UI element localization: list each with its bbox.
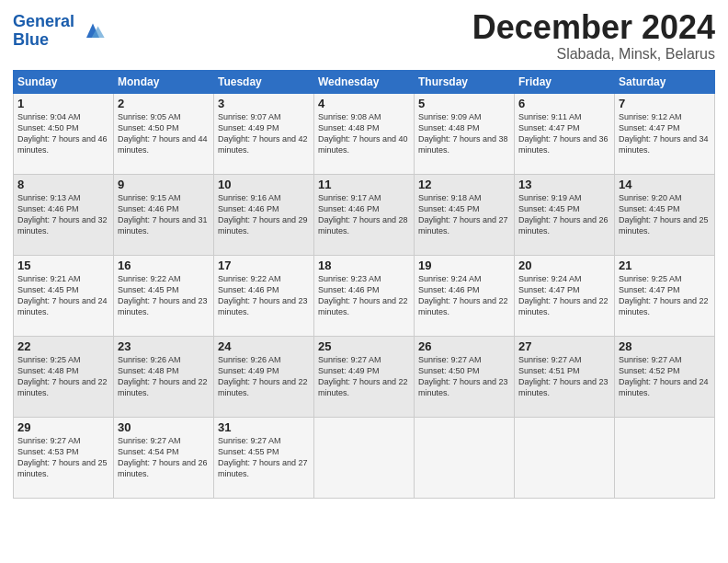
logo-text: General Blue <box>13 13 74 50</box>
day-number: 26 <box>418 339 510 353</box>
weekday-header-saturday: Saturday <box>615 70 715 93</box>
day-info: Sunrise: 9:26 AMSunset: 4:49 PMDaylight:… <box>218 355 308 397</box>
calendar-week-row: 1 Sunrise: 9:04 AMSunset: 4:50 PMDayligh… <box>14 93 715 174</box>
calendar-cell: 18 Sunrise: 9:23 AMSunset: 4:46 PMDaylig… <box>314 255 415 336</box>
weekday-header-tuesday: Tuesday <box>214 70 314 93</box>
calendar-cell <box>615 417 715 498</box>
calendar-cell: 6 Sunrise: 9:11 AMSunset: 4:47 PMDayligh… <box>515 93 615 174</box>
day-info: Sunrise: 9:18 AMSunset: 4:45 PMDaylight:… <box>418 193 508 236</box>
calendar-cell: 13 Sunrise: 9:19 AMSunset: 4:45 PMDaylig… <box>515 174 615 255</box>
day-info: Sunrise: 9:16 AMSunset: 4:46 PMDaylight:… <box>218 193 308 236</box>
day-info: Sunrise: 9:19 AMSunset: 4:45 PMDaylight:… <box>518 193 609 236</box>
day-number: 3 <box>218 97 310 110</box>
day-info: Sunrise: 9:23 AMSunset: 4:46 PMDaylight:… <box>318 274 408 316</box>
day-info: Sunrise: 9:27 AMSunset: 4:55 PMDaylight:… <box>218 436 308 478</box>
logo-icon <box>80 18 106 44</box>
calendar-cell: 28 Sunrise: 9:27 AMSunset: 4:52 PMDaylig… <box>615 336 715 417</box>
day-info: Sunrise: 9:15 AMSunset: 4:46 PMDaylight:… <box>118 193 208 236</box>
day-number: 11 <box>318 178 410 191</box>
calendar-cell: 4 Sunrise: 9:08 AMSunset: 4:48 PMDayligh… <box>314 93 415 174</box>
calendar-cell: 30 Sunrise: 9:27 AMSunset: 4:54 PMDaylig… <box>114 417 214 498</box>
day-number: 23 <box>118 339 210 353</box>
calendar-cell: 3 Sunrise: 9:07 AMSunset: 4:49 PMDayligh… <box>214 93 314 174</box>
calendar-cell: 8 Sunrise: 9:13 AMSunset: 4:46 PMDayligh… <box>14 174 114 255</box>
calendar-cell: 20 Sunrise: 9:24 AMSunset: 4:47 PMDaylig… <box>515 255 615 336</box>
weekday-header-wednesday: Wednesday <box>314 70 415 93</box>
day-number: 22 <box>17 339 109 353</box>
weekday-header-monday: Monday <box>114 70 214 93</box>
calendar-cell: 27 Sunrise: 9:27 AMSunset: 4:51 PMDaylig… <box>515 336 615 417</box>
day-info: Sunrise: 9:21 AMSunset: 4:45 PMDaylight:… <box>17 274 108 316</box>
month-title: December 2024 <box>472 9 715 46</box>
day-number: 14 <box>619 178 711 191</box>
calendar-week-row: 22 Sunrise: 9:25 AMSunset: 4:48 PMDaylig… <box>14 336 715 417</box>
day-number: 5 <box>418 97 510 110</box>
day-number: 7 <box>619 97 711 110</box>
calendar-cell: 2 Sunrise: 9:05 AMSunset: 4:50 PMDayligh… <box>114 93 214 174</box>
day-info: Sunrise: 9:27 AMSunset: 4:50 PMDaylight:… <box>418 355 508 397</box>
page-header: General Blue December 2024 Slabada, Mins… <box>13 9 715 63</box>
calendar-header: SundayMondayTuesdayWednesdayThursdayFrid… <box>14 70 715 93</box>
calendar-cell: 1 Sunrise: 9:04 AMSunset: 4:50 PMDayligh… <box>14 93 114 174</box>
day-number: 27 <box>518 339 610 353</box>
calendar-cell: 9 Sunrise: 9:15 AMSunset: 4:46 PMDayligh… <box>114 174 214 255</box>
calendar-week-row: 29 Sunrise: 9:27 AMSunset: 4:53 PMDaylig… <box>14 417 715 498</box>
day-number: 31 <box>218 420 310 434</box>
page-container: General Blue December 2024 Slabada, Mins… <box>0 0 728 504</box>
day-number: 17 <box>218 259 310 272</box>
day-number: 20 <box>518 259 610 272</box>
calendar-cell: 23 Sunrise: 9:26 AMSunset: 4:48 PMDaylig… <box>114 336 214 417</box>
day-info: Sunrise: 9:22 AMSunset: 4:46 PMDaylight:… <box>218 274 308 316</box>
calendar-cell: 7 Sunrise: 9:12 AMSunset: 4:47 PMDayligh… <box>615 93 715 174</box>
day-info: Sunrise: 9:27 AMSunset: 4:54 PMDaylight:… <box>118 436 208 478</box>
calendar-cell: 24 Sunrise: 9:26 AMSunset: 4:49 PMDaylig… <box>214 336 314 417</box>
day-info: Sunrise: 9:05 AMSunset: 4:50 PMDaylight:… <box>118 112 208 155</box>
calendar-cell: 25 Sunrise: 9:27 AMSunset: 4:49 PMDaylig… <box>314 336 415 417</box>
logo-blue: Blue <box>13 30 49 49</box>
calendar-cell <box>515 417 615 498</box>
day-number: 2 <box>118 97 210 110</box>
logo: General Blue <box>13 13 106 50</box>
day-number: 25 <box>318 339 410 353</box>
day-number: 13 <box>518 178 610 191</box>
day-info: Sunrise: 9:09 AMSunset: 4:48 PMDaylight:… <box>418 112 508 155</box>
day-number: 9 <box>118 178 210 191</box>
day-info: Sunrise: 9:24 AMSunset: 4:46 PMDaylight:… <box>418 274 508 316</box>
day-number: 15 <box>17 259 109 272</box>
day-number: 1 <box>17 97 109 110</box>
day-number: 16 <box>118 259 210 272</box>
calendar-cell: 31 Sunrise: 9:27 AMSunset: 4:55 PMDaylig… <box>214 417 314 498</box>
weekday-header-friday: Friday <box>515 70 615 93</box>
day-info: Sunrise: 9:26 AMSunset: 4:48 PMDaylight:… <box>118 355 208 397</box>
day-info: Sunrise: 9:08 AMSunset: 4:48 PMDaylight:… <box>318 112 408 155</box>
day-info: Sunrise: 9:12 AMSunset: 4:47 PMDaylight:… <box>619 112 709 155</box>
weekday-header-thursday: Thursday <box>415 70 515 93</box>
weekday-header-row: SundayMondayTuesdayWednesdayThursdayFrid… <box>14 70 715 93</box>
calendar-cell: 14 Sunrise: 9:20 AMSunset: 4:45 PMDaylig… <box>615 174 715 255</box>
day-info: Sunrise: 9:04 AMSunset: 4:50 PMDaylight:… <box>17 112 108 155</box>
day-info: Sunrise: 9:27 AMSunset: 4:52 PMDaylight:… <box>619 355 709 397</box>
day-info: Sunrise: 9:11 AMSunset: 4:47 PMDaylight:… <box>518 112 609 155</box>
day-number: 4 <box>318 97 410 110</box>
logo-general: General <box>13 12 74 30</box>
calendar-cell: 17 Sunrise: 9:22 AMSunset: 4:46 PMDaylig… <box>214 255 314 336</box>
day-number: 6 <box>518 97 610 110</box>
day-number: 18 <box>318 259 410 272</box>
calendar-cell: 11 Sunrise: 9:17 AMSunset: 4:46 PMDaylig… <box>314 174 415 255</box>
day-info: Sunrise: 9:22 AMSunset: 4:45 PMDaylight:… <box>118 274 208 316</box>
day-number: 29 <box>17 420 109 434</box>
calendar-cell: 5 Sunrise: 9:09 AMSunset: 4:48 PMDayligh… <box>415 93 515 174</box>
calendar-cell <box>314 417 415 498</box>
calendar-cell: 15 Sunrise: 9:21 AMSunset: 4:45 PMDaylig… <box>14 255 114 336</box>
calendar-body: 1 Sunrise: 9:04 AMSunset: 4:50 PMDayligh… <box>14 93 715 498</box>
calendar-cell: 22 Sunrise: 9:25 AMSunset: 4:48 PMDaylig… <box>14 336 114 417</box>
day-info: Sunrise: 9:07 AMSunset: 4:49 PMDaylight:… <box>218 112 308 155</box>
weekday-header-sunday: Sunday <box>14 70 114 93</box>
day-number: 21 <box>619 259 711 272</box>
day-number: 19 <box>418 259 510 272</box>
day-number: 28 <box>619 339 711 353</box>
title-block: December 2024 Slabada, Minsk, Belarus <box>472 9 715 63</box>
day-info: Sunrise: 9:25 AMSunset: 4:47 PMDaylight:… <box>619 274 709 316</box>
calendar-cell: 21 Sunrise: 9:25 AMSunset: 4:47 PMDaylig… <box>615 255 715 336</box>
calendar-cell: 10 Sunrise: 9:16 AMSunset: 4:46 PMDaylig… <box>214 174 314 255</box>
